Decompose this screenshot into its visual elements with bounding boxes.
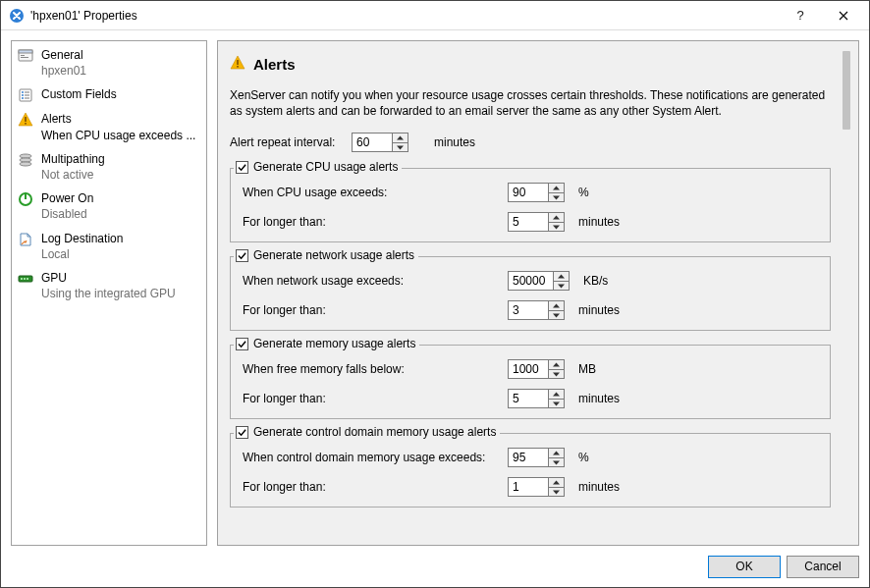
- value-input[interactable]: [509, 184, 548, 201]
- value-spinner[interactable]: [508, 389, 565, 408]
- value-input[interactable]: [509, 301, 548, 319]
- svg-rect-3: [21, 55, 25, 56]
- alert-group-3: Generate control domain memory usage ale…: [230, 433, 831, 508]
- sidebar-item-sub: Disabled: [41, 206, 93, 222]
- svg-rect-8: [22, 94, 24, 96]
- sidebar-item-gpu[interactable]: GPUUsing the integrated GPU: [12, 266, 206, 305]
- chevron-down-icon[interactable]: [554, 282, 569, 291]
- chevron-up-icon[interactable]: [549, 301, 564, 311]
- value-input[interactable]: [509, 478, 548, 496]
- spin-buttons[interactable]: [548, 390, 564, 407]
- value-input[interactable]: [509, 390, 548, 407]
- svg-rect-22: [27, 278, 28, 280]
- main-area: Generalhpxen01Custom FieldsAlertsWhen CP…: [1, 30, 869, 546]
- interval-input[interactable]: [353, 134, 392, 151]
- chevron-down-icon[interactable]: [393, 143, 408, 152]
- interval-unit: minutes: [434, 135, 475, 149]
- svg-rect-9: [25, 94, 29, 96]
- value-input[interactable]: [509, 213, 548, 231]
- field-row: For longer than:minutes: [243, 477, 820, 497]
- sidebar-item-sub: Using the integrated GPU: [41, 286, 176, 301]
- chevron-down-icon[interactable]: [549, 193, 564, 202]
- chevron-up-icon[interactable]: [549, 184, 564, 193]
- group-title: Generate network usage alerts: [253, 248, 414, 262]
- chevron-down-icon[interactable]: [549, 488, 564, 497]
- field-label: When free memory falls below:: [243, 362, 508, 376]
- svg-rect-18: [25, 192, 27, 199]
- spin-buttons[interactable]: [548, 449, 564, 466]
- power-icon: [18, 191, 33, 207]
- value-spinner[interactable]: [508, 448, 565, 467]
- field-unit: minutes: [578, 303, 620, 317]
- cancel-button[interactable]: Cancel: [787, 556, 859, 578]
- spin-buttons[interactable]: [548, 301, 564, 319]
- help-button[interactable]: ?: [779, 1, 822, 29]
- sidebar-item-label: GPU: [41, 270, 176, 286]
- spin-buttons[interactable]: [548, 478, 564, 496]
- chevron-up-icon[interactable]: [554, 272, 569, 282]
- ok-button[interactable]: OK: [708, 556, 781, 578]
- value-spinner[interactable]: [508, 300, 565, 320]
- interval-spin-buttons[interactable]: [392, 134, 408, 151]
- value-input[interactable]: [509, 449, 548, 466]
- field-label: When CPU usage exceeds:: [243, 186, 508, 199]
- group-checkbox[interactable]: [236, 338, 248, 350]
- svg-rect-23: [237, 60, 239, 65]
- scrollbar[interactable]: [839, 51, 854, 535]
- svg-point-15: [20, 158, 31, 162]
- chevron-up-icon[interactable]: [549, 213, 564, 223]
- sidebar-item-log-destination[interactable]: Log DestinationLocal: [12, 227, 206, 266]
- content-scroll: Alerts XenServer can notify you when you…: [230, 51, 831, 535]
- spin-buttons[interactable]: [553, 272, 569, 290]
- value-spinner[interactable]: [508, 212, 565, 232]
- chevron-down-icon[interactable]: [549, 311, 564, 320]
- sidebar-item-sub: Not active: [41, 167, 105, 183]
- chevron-up-icon[interactable]: [549, 360, 564, 370]
- svg-rect-13: [25, 123, 27, 125]
- chevron-up-icon[interactable]: [549, 449, 564, 458]
- spin-buttons[interactable]: [548, 213, 564, 231]
- sidebar-item-alerts[interactable]: AlertsWhen CPU usage exceeds ...: [12, 107, 206, 146]
- scrollbar-thumb[interactable]: [843, 51, 850, 130]
- page-description: XenServer can notify you when your resou…: [230, 87, 831, 119]
- value-spinner[interactable]: [508, 183, 565, 202]
- spin-buttons[interactable]: [548, 184, 564, 201]
- field-label: When control domain memory usage exceeds…: [243, 451, 508, 464]
- group-title: Generate control domain memory usage ale…: [253, 425, 496, 439]
- page-title: Alerts: [253, 56, 296, 73]
- sidebar-item-custom-fields[interactable]: Custom Fields: [12, 82, 206, 107]
- value-input[interactable]: [509, 272, 553, 290]
- value-input[interactable]: [509, 360, 548, 378]
- group-checkbox[interactable]: [236, 249, 248, 262]
- interval-label: Alert repeat interval:: [230, 135, 340, 149]
- chevron-down-icon[interactable]: [549, 400, 564, 408]
- value-spinner[interactable]: [508, 477, 565, 497]
- sidebar-item-label: Alerts: [41, 111, 195, 127]
- group-checkbox[interactable]: [236, 161, 248, 174]
- props-icon: [18, 48, 33, 64]
- value-spinner[interactable]: [508, 359, 565, 379]
- group-title: Generate memory usage alerts: [253, 337, 415, 350]
- interval-spinner[interactable]: [352, 133, 408, 152]
- content-panel: Alerts XenServer can notify you when you…: [217, 40, 859, 546]
- log-icon: [18, 232, 33, 247]
- sidebar-item-multipathing[interactable]: MultipathingNot active: [12, 147, 206, 187]
- chevron-up-icon[interactable]: [549, 478, 564, 488]
- field-unit: %: [578, 451, 589, 464]
- sidebar-item-label: Power On: [41, 190, 93, 206]
- group-checkbox[interactable]: [236, 426, 248, 439]
- sidebar-item-general[interactable]: Generalhpxen01: [12, 43, 206, 82]
- gpu-icon: [18, 271, 33, 287]
- sidebar-item-power-on[interactable]: Power OnDisabled: [12, 187, 206, 226]
- chevron-down-icon[interactable]: [549, 223, 564, 232]
- chevron-down-icon[interactable]: [549, 370, 564, 379]
- spin-buttons[interactable]: [548, 360, 564, 378]
- chevron-up-icon[interactable]: [393, 134, 408, 143]
- sidebar-item-label: Multipathing: [41, 151, 105, 167]
- close-button[interactable]: [822, 1, 865, 29]
- chevron-up-icon[interactable]: [549, 390, 564, 400]
- alert-group-0: Generate CPU usage alertsWhen CPU usage …: [230, 168, 831, 242]
- svg-rect-11: [25, 97, 29, 99]
- chevron-down-icon[interactable]: [549, 458, 564, 467]
- value-spinner[interactable]: [508, 271, 570, 291]
